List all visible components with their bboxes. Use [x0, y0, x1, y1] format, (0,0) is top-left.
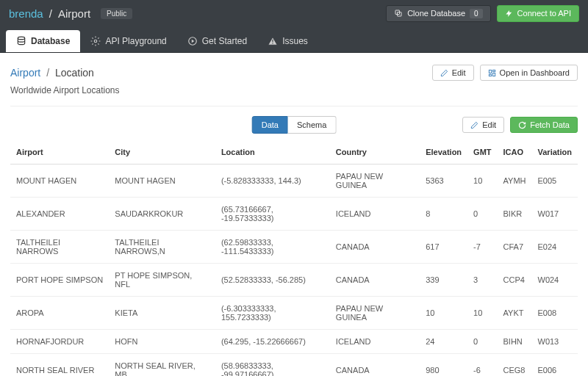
- table-row[interactable]: AROPAKIETA(-6.303333333, 155.7233333)PAP…: [10, 297, 578, 330]
- edit-table-button[interactable]: Edit: [462, 117, 504, 133]
- divider: [10, 106, 578, 106]
- content-area: Airport / Location Edit Open in Dashboar…: [0, 53, 588, 376]
- edit-label: Edit: [452, 68, 466, 77]
- database-icon: [16, 36, 26, 46]
- table-cell: 8: [420, 198, 467, 231]
- table-cell: AYKT: [498, 297, 532, 330]
- column-header[interactable]: Variation: [532, 140, 578, 164]
- table-cell: (62.59833333, -111.5433333): [215, 231, 330, 264]
- column-header[interactable]: Elevation: [420, 140, 467, 164]
- tab-label: Issues: [282, 36, 308, 46]
- table-row[interactable]: PORT HOPE SIMPSONPT HOPE SIMPSON, NFL(52…: [10, 264, 578, 297]
- view-toggle: Data Schema: [252, 116, 337, 134]
- table-cell: 0: [467, 198, 497, 231]
- table-cell: NORTH SEAL RIVER, MB: [109, 354, 215, 377]
- table-cell: E024: [532, 231, 578, 264]
- table-cell: PAPAU NEW GUINEA: [330, 297, 420, 330]
- table-cell: 10: [467, 164, 497, 198]
- svg-rect-9: [489, 74, 491, 76]
- table-cell: CCP4: [498, 264, 532, 297]
- fetch-label: Fetch Data: [530, 120, 570, 129]
- open-dashboard-label: Open in Dashboard: [500, 68, 570, 77]
- table-row[interactable]: HORNAFJORDURHOFN(64.295, -15.22666667)IC…: [10, 330, 578, 354]
- open-dashboard-button[interactable]: Open in Dashboard: [480, 65, 578, 81]
- table-row[interactable]: NORTH SEAL RIVERNORTH SEAL RIVER, MB(58.…: [10, 354, 578, 377]
- table-cell: MOUNT HAGEN: [10, 164, 109, 198]
- fetch-data-button[interactable]: Fetch Data: [510, 117, 578, 133]
- table-row[interactable]: ALEXANDERSAUDARKROKUR(65.73166667, -19.5…: [10, 198, 578, 231]
- column-header[interactable]: Location: [215, 140, 330, 164]
- visibility-badge: Public: [101, 8, 132, 19]
- table-cell: ICELAND: [330, 198, 420, 231]
- table-cell: CANADA: [330, 231, 420, 264]
- column-header[interactable]: City: [109, 140, 215, 164]
- connect-label: Connect to API: [517, 9, 571, 18]
- table-cell: -6: [467, 354, 497, 377]
- table-cell: ALEXANDER: [10, 198, 109, 231]
- breadcrumb-actions: Edit Open in Dashboard: [432, 65, 578, 81]
- owner-link[interactable]: brenda: [9, 7, 43, 20]
- table-cell: 0: [467, 330, 497, 354]
- breadcrumb: Airport / Location: [10, 67, 94, 79]
- table-row[interactable]: TALTHEILEI NARROWSTALTHEILEI NARROWS,N(6…: [10, 231, 578, 264]
- breadcrumb-root[interactable]: Airport: [10, 67, 40, 79]
- table-cell: BIKR: [498, 198, 532, 231]
- table-header-row: AirportCityLocationCountryElevationGMTIC…: [10, 140, 578, 164]
- topbar-right: Clone Database 0 Connect to API: [386, 5, 579, 22]
- table-cell: 3: [467, 264, 497, 297]
- play-icon: [187, 36, 198, 46]
- table-cell: ICELAND: [330, 330, 420, 354]
- table-cell: E008: [532, 297, 578, 330]
- top-bar: brenda / Airport Public Clone Database 0…: [0, 0, 588, 26]
- pencil-icon: [470, 121, 478, 129]
- database-name[interactable]: Airport: [58, 7, 90, 20]
- edit-table-label: Edit: [482, 120, 496, 129]
- tab-issues[interactable]: Issues: [257, 30, 318, 52]
- tab-database[interactable]: Database: [6, 30, 80, 52]
- table-cell: CANADA: [330, 264, 420, 297]
- gear-icon: [90, 36, 101, 46]
- table-cell: PT HOPE SIMPSON, NFL: [109, 264, 215, 297]
- table-row[interactable]: MOUNT HAGENMOUNT HAGEN(-5.828333333, 144…: [10, 164, 578, 198]
- table-cell: KIETA: [109, 297, 215, 330]
- tab-api-playground[interactable]: API Playground: [80, 30, 176, 52]
- column-header[interactable]: ICAO: [498, 140, 532, 164]
- breadcrumb-row: Airport / Location Edit Open in Dashboar…: [10, 65, 578, 81]
- connect-api-button[interactable]: Connect to API: [497, 5, 579, 22]
- table-cell: PAPAU NEW GUINEA: [330, 164, 420, 198]
- edit-page-button[interactable]: Edit: [432, 65, 474, 81]
- clone-icon: [394, 9, 403, 18]
- data-table: AirportCityLocationCountryElevationGMTIC…: [10, 140, 578, 376]
- column-header[interactable]: Airport: [10, 140, 109, 164]
- table-body: MOUNT HAGENMOUNT HAGEN(-5.828333333, 144…: [10, 164, 578, 377]
- table-cell: E006: [532, 354, 578, 377]
- table-cell: PORT HOPE SIMPSON: [10, 264, 109, 297]
- clone-database-button[interactable]: Clone Database 0: [386, 5, 490, 22]
- segment-schema[interactable]: Schema: [288, 116, 336, 134]
- breadcrumb-separator: /: [46, 67, 49, 79]
- pencil-icon: [440, 69, 448, 77]
- table-cell: (-6.303333333, 155.7233333): [215, 297, 330, 330]
- page-description: Worldwide Airport Locations: [10, 85, 578, 95]
- table-cell: HOFN: [109, 330, 215, 354]
- clone-count: 0: [470, 9, 483, 18]
- table-cell: W024: [532, 264, 578, 297]
- table-cell: 980: [420, 354, 467, 377]
- svg-point-2: [18, 37, 24, 40]
- table-cell: 24: [420, 330, 467, 354]
- table-cell: AROPA: [10, 297, 109, 330]
- column-header[interactable]: Country: [330, 140, 420, 164]
- table-cell: W013: [532, 330, 578, 354]
- segment-data[interactable]: Data: [252, 116, 288, 134]
- table-cell: TALTHEILEI NARROWS,N: [109, 231, 215, 264]
- tab-get-started[interactable]: Get Started: [177, 30, 257, 52]
- table-cell: NORTH SEAL RIVER: [10, 354, 109, 377]
- bolt-icon: [505, 10, 513, 18]
- table-cell: 10: [467, 297, 497, 330]
- breadcrumb-current: Location: [55, 67, 94, 79]
- table-cell: CANADA: [330, 354, 420, 377]
- column-header[interactable]: GMT: [467, 140, 497, 164]
- table-cell: 617: [420, 231, 467, 264]
- table-cell: CFA7: [498, 231, 532, 264]
- table-cell: (-5.828333333, 144.3): [215, 164, 330, 198]
